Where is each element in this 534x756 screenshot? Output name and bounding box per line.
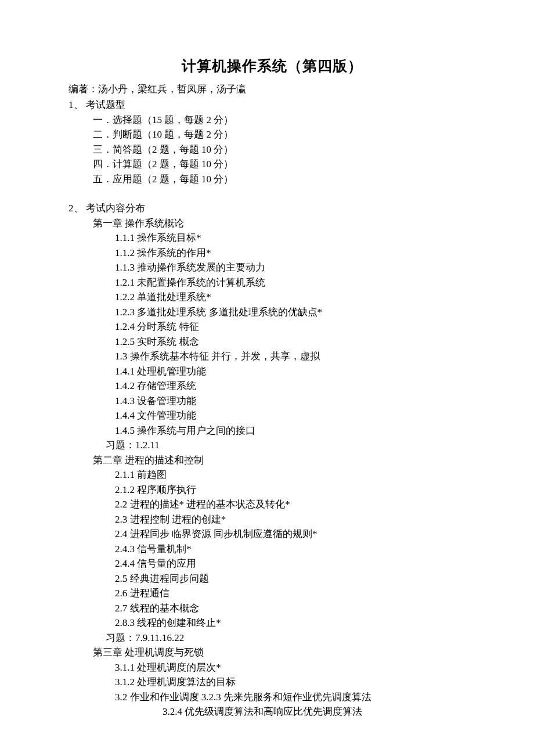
exam-type-item: 四．计算题（2 题，每题 10 分）	[93, 157, 476, 172]
outline-item: 1.4.3 设备管理功能	[115, 394, 476, 409]
outline-item: 2.4 进程同步 临界资源 同步机制应遵循的规则*	[115, 527, 476, 542]
outline-item: 3.1.2 处理机调度算法的目标	[115, 675, 476, 690]
outline-item: 1.2.2 单道批处理系统*	[115, 290, 476, 305]
chapter-2-items: 2.1.1 前趋图 2.1.2 程序顺序执行 2.2 进程的描述* 进程的基本状…	[68, 467, 476, 631]
chapter-3-title: 第三章 处理机调度与死锁	[68, 645, 476, 660]
outline-item: 2.1.1 前趋图	[115, 467, 476, 483]
chapter-3-extra-indented: 3.2.4 优先级调度算法和高响应比优先调度算法	[68, 704, 476, 719]
outline-item: 2.7 线程的基本概念	[115, 601, 476, 616]
outline-item: 1.2.4 分时系统 特征	[115, 319, 476, 334]
exam-type-item: 三．简答题（2 题，每题 10 分）	[93, 142, 476, 157]
outline-item: 2.8.3 线程的创建和终止*	[115, 615, 476, 631]
outline-item: 1.2.5 实时系统 概念	[115, 334, 476, 350]
outline-item: 3.2.4 优先级调度算法和高响应比优先调度算法	[163, 704, 476, 719]
exam-type-item: 一．选择题（15 题，每题 2 分）	[93, 113, 476, 128]
outline-item: 1.1.3 推动操作系统发展的主要动力	[115, 260, 476, 275]
exam-type-item: 五．应用题（2 题，每题 10 分）	[93, 172, 476, 187]
authors-line: 编著：汤小丹，梁红兵，哲凤屏，汤子瀛	[68, 82, 476, 97]
outline-item: 2.4.4 信号量的应用	[115, 556, 476, 571]
outline-item: 2.2 进程的描述* 进程的基本状态及转化*	[115, 497, 476, 512]
outline-item: 1.4.1 处理机管理功能	[115, 364, 476, 379]
chapter-1-title: 第一章 操作系统概论	[68, 216, 476, 231]
exam-type-item: 二．判断题（10 题，每题 2 分）	[93, 127, 476, 142]
outline-item: 1.4.4 文件管理功能	[115, 408, 476, 423]
outline-item: 2.5 经典进程同步问题	[115, 571, 476, 586]
outline-item: 1.3 操作系统基本特征 并行，并发，共享，虚拟	[115, 349, 476, 364]
outline-item: 3.1.1 处理机调度的层次*	[115, 660, 476, 675]
outline-item: 1.1.2 操作系统的作用*	[115, 246, 476, 261]
outline-item: 2.6 进程通信	[115, 586, 476, 601]
outline-item: 1.2.1 未配置操作系统的计算机系统	[115, 275, 476, 290]
document-title: 计算机操作系统（第四版）	[68, 55, 476, 77]
outline-item: 2.3 进程控制 进程的创建*	[115, 512, 476, 527]
chapter-3-items: 3.1.1 处理机调度的层次* 3.1.2 处理机调度算法的目标 3.2 作业和…	[68, 660, 476, 705]
outline-item: 1.1.1 操作系统目标*	[115, 231, 476, 246]
exam-types-list: 一．选择题（15 题，每题 2 分） 二．判断题（10 题，每题 2 分） 三．…	[68, 113, 476, 187]
section2-heading: 2、 考试内容分布	[68, 201, 476, 216]
chapter-1-items: 1.1.1 操作系统目标* 1.1.2 操作系统的作用* 1.1.3 推动操作系…	[68, 231, 476, 438]
outline-item: 1.4.5 操作系统与用户之间的接口	[115, 423, 476, 438]
outline-item: 1.2.3 多道批处理系统 多道批处理系统的优缺点*	[115, 305, 476, 320]
section1-heading: 1、 考试题型	[68, 98, 476, 113]
chapter-1-exercises: 习题：1.2.11	[68, 438, 476, 453]
chapter-2-exercises: 习题：7.9.11.16.22	[68, 631, 476, 646]
outline-item: 2.1.2 程序顺序执行	[115, 483, 476, 498]
chapter-2-title: 第二章 进程的描述和控制	[68, 453, 476, 468]
outline-item: 2.4.3 信号量机制*	[115, 542, 476, 557]
outline-item: 1.4.2 存储管理系统	[115, 379, 476, 394]
outline-item: 3.2 作业和作业调度 3.2.3 先来先服务和短作业优先调度算法	[115, 690, 476, 705]
